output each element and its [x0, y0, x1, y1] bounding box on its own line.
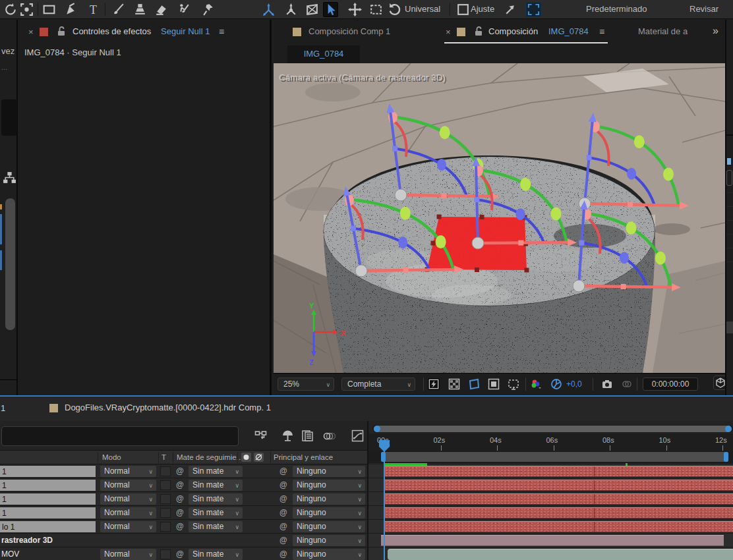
rectangle-tool-icon[interactable]: [42, 2, 57, 17]
eraser-tool-icon[interactable]: [154, 2, 169, 17]
column-t[interactable]: T: [161, 453, 166, 461]
column-mode[interactable]: Modo: [102, 453, 121, 461]
effect-controls-tab[interactable]: × Controles de efectos Seguir Null 1 ≡: [19, 25, 272, 43]
channels-icon[interactable]: [530, 378, 542, 390]
t-switch[interactable]: [160, 549, 171, 559]
snap-label[interactable]: Ajuste: [471, 4, 494, 14]
orbit-camera-tool-icon[interactable]: [19, 2, 34, 17]
guides-icon[interactable]: [488, 378, 500, 390]
tab-target-layer[interactable]: Seguir Null 1: [161, 26, 210, 36]
region-of-interest-icon[interactable]: [508, 378, 519, 390]
fast-previews-icon[interactable]: [428, 378, 440, 390]
exposure-icon[interactable]: [550, 378, 562, 390]
t-switch[interactable]: [160, 480, 171, 490]
panel-menu-icon[interactable]: ≡: [599, 26, 604, 37]
pickwhip-icon[interactable]: @: [176, 494, 184, 503]
layer-duration-bar[interactable]: [385, 493, 733, 505]
timeline-comp-tab[interactable]: DogoFiles.VRayCryptomatte.[0000-0422].hd…: [65, 403, 271, 412]
exposure-value[interactable]: +0,0: [566, 379, 582, 389]
timeline-search-input[interactable]: [1, 426, 239, 446]
flowchart-icon[interactable]: [2, 170, 17, 185]
pickwhip-icon[interactable]: @: [279, 494, 287, 503]
pickwhip-icon[interactable]: @: [279, 522, 287, 531]
dropdown-ninguno[interactable]: Ninguno∨: [293, 535, 365, 546]
transparency-grid-icon[interactable]: [448, 378, 460, 390]
pickwhip-icon[interactable]: @: [279, 549, 287, 559]
brush-tool-icon[interactable]: [111, 2, 126, 17]
selection-tool-icon[interactable]: [323, 2, 338, 17]
solid-handle[interactable]: [480, 215, 484, 219]
t-switch[interactable]: [160, 466, 171, 476]
layer-row[interactable]: 1Normal∨@Sin mate∨@Ninguno∨: [0, 506, 367, 520]
layer-name-text[interactable]: MOV: [1, 549, 19, 559]
dropdown-ninguno[interactable]: Ninguno∨: [293, 493, 365, 505]
dropdown-ninguno[interactable]: Ninguno∨: [293, 480, 365, 491]
magnification-dropdown[interactable]: 25%∨: [278, 378, 334, 391]
move-tool-icon[interactable]: [347, 2, 363, 17]
draft-3d-icon[interactable]: [281, 430, 294, 442]
pickwhip-icon[interactable]: @: [279, 480, 287, 490]
dropdown-sin-mate[interactable]: Sin mate∨: [189, 507, 243, 518]
layer-duration-bar[interactable]: [388, 549, 733, 560]
time-navigator-start-handle[interactable]: [374, 426, 380, 432]
layer-row[interactable]: 1Normal∨@Sin mate∨@Ninguno∨: [0, 464, 367, 478]
snapshot-camera-icon[interactable]: [601, 378, 613, 390]
layer-name-selected[interactable]: 1: [0, 466, 96, 477]
dropdown-normal[interactable]: Normal∨: [100, 493, 156, 505]
snap-checkbox[interactable]: [455, 2, 471, 17]
time-navigator-end-handle[interactable]: [725, 426, 732, 432]
tab-title[interactable]: Controles de efectos: [73, 26, 151, 36]
type-tool-icon[interactable]: T: [86, 2, 101, 17]
panel-menu-icon[interactable]: ≡: [219, 26, 224, 37]
dropdown-normal[interactable]: Normal∨: [100, 480, 156, 491]
local-axis-mode-icon[interactable]: [261, 2, 276, 17]
t-switch[interactable]: [160, 508, 171, 518]
dropdown-normal[interactable]: Normal∨: [100, 521, 156, 532]
pickwhip-icon[interactable]: @: [176, 466, 184, 476]
close-tab-icon[interactable]: ×: [28, 27, 34, 37]
t-switch[interactable]: [160, 522, 171, 532]
tab-material[interactable]: Material de a: [638, 26, 688, 36]
comp-mini-flowchart-icon[interactable]: [254, 430, 267, 442]
layer-row[interactable]: 1Normal∨@Sin mate∨@Ninguno∨: [0, 492, 367, 506]
layer-name-selected[interactable]: 1: [0, 493, 96, 505]
dropdown-ninguno[interactable]: Ninguno∨: [293, 507, 365, 518]
layer-duration-bar[interactable]: [385, 480, 733, 491]
pickwhip-icon[interactable]: @: [279, 536, 287, 545]
layer-duration-bar[interactable]: [385, 507, 733, 518]
dropdown-normal[interactable]: Normal∨: [100, 466, 156, 477]
resolution-dropdown[interactable]: Completa∨: [341, 378, 415, 391]
pen-tool-icon[interactable]: [63, 2, 78, 17]
dropdown-sin-mate[interactable]: Sin mate∨: [189, 493, 243, 505]
t-switch[interactable]: [160, 494, 171, 504]
layer-name-text[interactable]: rastreador 3D: [1, 536, 53, 545]
time-ruler[interactable]: 00s02s04s06s08s10s12s: [368, 434, 733, 451]
composition-viewport[interactable]: Y X Z Cámara activa (Cámara de rastreado…: [274, 63, 725, 373]
dropdown-ninguno[interactable]: Ninguno∨: [293, 466, 365, 477]
workspace-default-tab[interactable]: Predeterminado: [586, 4, 647, 14]
pickwhip-icon[interactable]: @: [176, 549, 184, 559]
preserve-transparency-icon[interactable]: [241, 453, 251, 462]
dropdown-ninguno[interactable]: Ninguno∨: [293, 521, 365, 532]
viewer-target-tab[interactable]: IMG_0784: [287, 45, 360, 63]
graph-editor-icon[interactable]: [351, 430, 364, 442]
mask-visibility-icon[interactable]: [468, 378, 480, 390]
layer-row[interactable]: MOVNormal∨@Sin mate∨@Ninguno∨: [0, 547, 367, 560]
dropdown-sin-mate[interactable]: Sin mate∨: [189, 466, 243, 477]
frame-blending-icon[interactable]: [301, 430, 314, 442]
rotate-behind-tool-icon[interactable]: [387, 2, 402, 17]
tab-composition-active-label[interactable]: Composición: [488, 26, 538, 36]
layer-row[interactable]: 1Normal∨@Sin mate∨@Ninguno∨: [0, 478, 367, 492]
layer-name-selected[interactable]: lo 1: [0, 521, 96, 532]
clone-stamp-tool-icon[interactable]: [132, 2, 148, 17]
dropdown-normal[interactable]: Normal∨: [100, 549, 156, 560]
snap-arrow-icon[interactable]: [502, 2, 517, 17]
alpha-matte-icon[interactable]: [254, 453, 264, 462]
universal-mode-label[interactable]: Universal: [405, 4, 440, 14]
time-navigator-bar[interactable]: [374, 426, 732, 432]
clipped-input[interactable]: [1, 99, 17, 136]
solid-handle[interactable]: [431, 241, 436, 246]
unlock-icon[interactable]: [474, 26, 483, 37]
motion-blur-icon[interactable]: [323, 430, 336, 442]
layer-duration-bar[interactable]: [385, 466, 733, 477]
